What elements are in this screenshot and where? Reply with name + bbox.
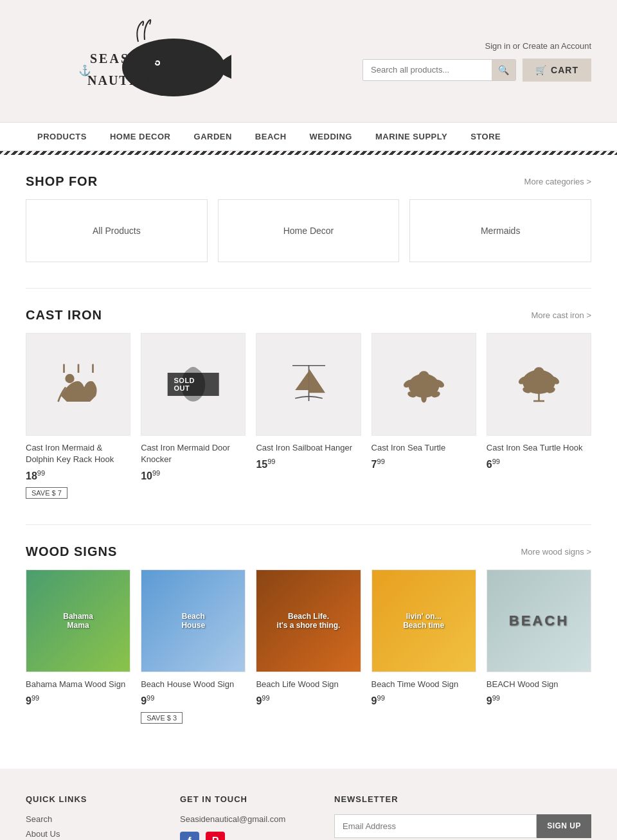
product-price-beach-sign: 999 bbox=[487, 694, 591, 707]
product-mermaid-door[interactable]: SOLD OUT Cast Iron Mermaid Door Knocker … bbox=[141, 333, 246, 499]
product-img-bahama-mama: BahamaMama bbox=[26, 569, 130, 672]
product-name-beach-sign: BEACH Wood Sign bbox=[487, 679, 591, 690]
save-badge-beach-house: SAVE $ 3 bbox=[141, 712, 183, 724]
footer: QUICK LINKS Search About Us GET IN TOUCH… bbox=[0, 769, 617, 840]
product-name-beach-time: Beach Time Wood Sign bbox=[371, 679, 476, 690]
nav-item-home-decor[interactable]: HOME DECOR bbox=[98, 123, 183, 150]
nav-item-beach[interactable]: BEACH bbox=[244, 123, 298, 150]
product-img-beach-life: Beach Life.it's a shore thing. bbox=[256, 569, 361, 672]
category-card-home-decor[interactable]: Home Decor bbox=[218, 199, 400, 262]
facebook-icon[interactable]: f bbox=[180, 832, 199, 840]
product-price-beach-house: 999 bbox=[141, 694, 246, 707]
quick-links-heading: QUICK LINKS bbox=[26, 794, 154, 804]
more-categories-link[interactable]: More categories > bbox=[524, 177, 591, 186]
product-mermaid-hook[interactable]: Cast Iron Mermaid & Dolphin Key Rack Hoo… bbox=[26, 333, 130, 499]
auth-links: Sign in or Create an Account bbox=[485, 41, 591, 51]
category-grid: All Products Home Decor Mermaids bbox=[26, 199, 591, 262]
footer-quick-links: QUICK LINKS Search About Us bbox=[26, 794, 154, 840]
product-img-beach-house: BeachHouse bbox=[141, 569, 246, 672]
product-price-beach-time: 999 bbox=[371, 694, 476, 707]
nav-item-marine-supply[interactable]: MARINE SUPPLY bbox=[364, 123, 459, 150]
cart-button[interactable]: 🛒 CART bbox=[523, 58, 591, 82]
svg-point-23 bbox=[533, 367, 544, 378]
svg-text:⚓: ⚓ bbox=[78, 64, 91, 76]
product-price-beach-life: 999 bbox=[256, 694, 361, 707]
product-price-bahama-mama: 999 bbox=[26, 694, 130, 707]
site-logo[interactable]: SEASIDE ✦ NAUTICAL ⚓ bbox=[26, 13, 231, 109]
product-name-bahama-mama: Bahama Mama Wood Sign bbox=[26, 679, 130, 690]
product-name-sea-turtle: Cast Iron Sea Turtle bbox=[371, 442, 476, 454]
more-wood-signs-link[interactable]: More wood signs > bbox=[521, 547, 591, 557]
search-button[interactable]: 🔍 bbox=[492, 60, 515, 80]
wood-signs-section: WOOD SIGNS More wood signs > BahamaMama … bbox=[26, 544, 591, 724]
product-img-mermaid-hook bbox=[26, 333, 130, 436]
auth-separator: or bbox=[513, 41, 523, 51]
product-beach-house[interactable]: BeachHouse Beach House Wood Sign 999 SAV… bbox=[141, 569, 246, 724]
newsletter-signup-button[interactable]: SIGN UP bbox=[537, 814, 591, 838]
product-beach-sign[interactable]: BEACH BEACH Wood Sign 999 bbox=[487, 569, 591, 724]
nav-item-products[interactable]: PRODUCTS bbox=[26, 123, 98, 150]
contact-email: Seasidenautical@gmail.com bbox=[180, 814, 308, 824]
category-card-mermaids[interactable]: Mermaids bbox=[409, 199, 591, 262]
product-price-sea-turtle-hook: 699 bbox=[487, 458, 591, 470]
footer-newsletter: NEWSLETTER SIGN UP bbox=[334, 794, 591, 840]
product-sea-turtle-hook[interactable]: Cast Iron Sea Turtle Hook 699 bbox=[487, 333, 591, 499]
product-beach-life[interactable]: Beach Life.it's a shore thing. Beach Lif… bbox=[256, 569, 361, 724]
create-account-link[interactable]: Create an Account bbox=[523, 41, 591, 51]
cart-label: CART bbox=[551, 65, 578, 75]
pinterest-icon[interactable]: P bbox=[206, 832, 225, 840]
save-badge-mermaid-hook: SAVE $ 7 bbox=[26, 487, 67, 499]
cast-iron-section: CAST IRON More cast iron > Cast Iron Mer… bbox=[26, 308, 591, 499]
product-sailboat[interactable]: Cast Iron Sailboat Hanger 1599 bbox=[256, 333, 361, 499]
wood-sign-text-3: Beach Life.it's a shore thing. bbox=[271, 605, 347, 636]
product-name-sailboat: Cast Iron Sailboat Hanger bbox=[256, 442, 361, 454]
svg-text:SEASIDE: SEASIDE bbox=[90, 51, 159, 66]
product-name-beach-life: Beach Life Wood Sign bbox=[256, 679, 361, 690]
divider-2 bbox=[26, 524, 591, 525]
footer-link-search[interactable]: Search bbox=[26, 814, 154, 824]
product-img-sailboat bbox=[256, 333, 361, 436]
sign-in-link[interactable]: Sign in bbox=[485, 41, 510, 51]
product-price-mermaid-hook: 1899 bbox=[26, 469, 130, 482]
svg-point-21 bbox=[421, 393, 427, 402]
logo-area: SEASIDE ✦ NAUTICAL ⚓ bbox=[26, 13, 231, 109]
product-beach-time[interactable]: livin' on...Beach time Beach Time Wood S… bbox=[371, 569, 476, 724]
product-img-sea-turtle-hook bbox=[487, 333, 591, 436]
newsletter-email-input[interactable] bbox=[334, 814, 537, 838]
main-content: SHOP FOR More categories > All Products … bbox=[0, 155, 617, 769]
svg-text:NAUTICAL: NAUTICAL bbox=[87, 73, 166, 87]
main-nav: PRODUCTS HOME DECOR GARDEN BEACH WEDDING… bbox=[0, 122, 617, 151]
cart-icon: 🛒 bbox=[535, 65, 547, 75]
product-name-beach-house: Beach House Wood Sign bbox=[141, 679, 246, 690]
more-cast-iron-link[interactable]: More cast iron > bbox=[531, 310, 591, 320]
wood-sign-text-2: BeachHouse bbox=[175, 605, 211, 636]
wood-signs-title: WOOD SIGNS bbox=[26, 544, 117, 559]
search-bar: 🔍 bbox=[362, 59, 516, 81]
nav-inner: PRODUCTS HOME DECOR GARDEN BEACH WEDDING… bbox=[0, 123, 617, 150]
wood-sign-text-5: BEACH bbox=[503, 606, 575, 636]
shop-for-header: SHOP FOR More categories > bbox=[26, 174, 591, 189]
wood-sign-text-4: livin' on...Beach time bbox=[397, 605, 451, 636]
product-bahama-mama[interactable]: BahamaMama Bahama Mama Wood Sign 999 bbox=[26, 569, 130, 724]
header-right: Sign in or Create an Account 🔍 🛒 CART bbox=[362, 41, 591, 82]
nav-item-garden[interactable]: GARDEN bbox=[183, 123, 244, 150]
footer-link-about[interactable]: About Us bbox=[26, 829, 154, 839]
nav-item-store[interactable]: STORE bbox=[459, 123, 512, 150]
category-card-all[interactable]: All Products bbox=[26, 199, 208, 262]
social-icons: f P bbox=[180, 832, 308, 840]
search-input[interactable] bbox=[363, 60, 492, 80]
product-name-sea-turtle-hook: Cast Iron Sea Turtle Hook bbox=[487, 442, 591, 454]
nav-item-wedding[interactable]: WEDDING bbox=[298, 123, 364, 150]
get-in-touch-heading: GET IN TOUCH bbox=[180, 794, 308, 804]
shop-for-section: SHOP FOR More categories > All Products … bbox=[26, 174, 591, 262]
shop-for-title: SHOP FOR bbox=[26, 174, 98, 189]
product-img-mermaid-door: SOLD OUT bbox=[141, 333, 246, 436]
product-price-sea-turtle: 799 bbox=[371, 458, 476, 470]
header: SEASIDE ✦ NAUTICAL ⚓ Sign in or Create a… bbox=[0, 0, 617, 122]
product-sea-turtle[interactable]: Cast Iron Sea Turtle 799 bbox=[371, 333, 476, 499]
newsletter-form: SIGN UP bbox=[334, 814, 591, 838]
product-img-beach-sign: BEACH bbox=[487, 569, 591, 672]
product-name-mermaid-door: Cast Iron Mermaid Door Knocker bbox=[141, 442, 246, 465]
product-img-sea-turtle bbox=[371, 333, 476, 436]
divider-1 bbox=[26, 288, 591, 289]
